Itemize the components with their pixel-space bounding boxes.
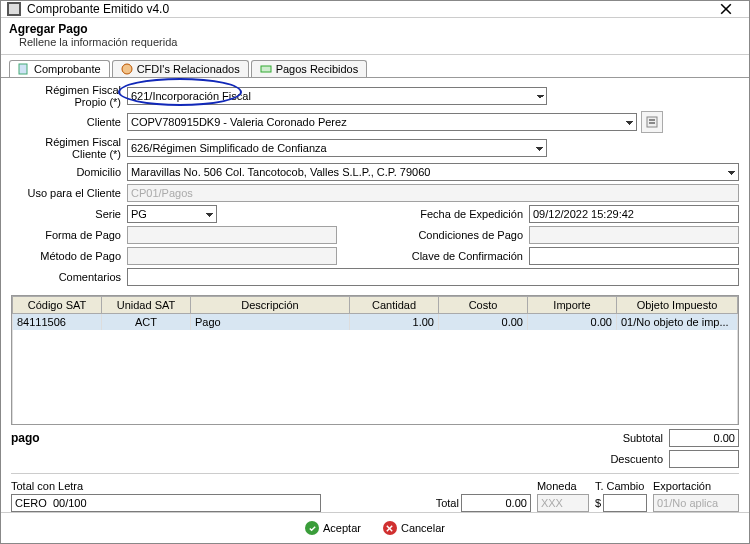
cliente-lookup-button[interactable]	[641, 111, 663, 133]
relation-icon	[121, 63, 133, 75]
descuento-input[interactable]	[669, 450, 739, 468]
col-unidad-sat[interactable]: Unidad SAT	[102, 297, 191, 314]
label-metodo-pago: Método de Pago	[11, 250, 127, 262]
regimen-propio-select[interactable]: 621/Incorporación Fiscal	[127, 87, 547, 105]
clave-confirmacion-input[interactable]	[529, 247, 739, 265]
label-fecha-expedicion: Fecha de Expedición	[403, 208, 529, 220]
label-exportacion: Exportación	[653, 480, 739, 492]
tab-label: CFDI's Relacionados	[137, 63, 240, 75]
window-title: Comprobante Emitido v4.0	[27, 2, 709, 16]
cancel-icon	[383, 521, 397, 535]
label-regimen-cliente: Régimen Fiscal Cliente (*)	[11, 136, 127, 160]
col-importe[interactable]: Importe	[528, 297, 617, 314]
app-icon	[7, 2, 21, 16]
svg-point-5	[122, 64, 132, 74]
tab-cfdis-relacionados[interactable]: CFDI's Relacionados	[112, 60, 249, 77]
section-subtitle: Rellene la información requerida	[19, 36, 741, 48]
label-forma-pago: Forma de Pago	[11, 229, 127, 241]
label-total-letra: Total con Letra	[11, 480, 409, 492]
domicilio-select[interactable]: Maravillas No. 506 Col. Tancotocob, Vall…	[127, 163, 739, 181]
tab-pagos-recibidos[interactable]: Pagos Recibidos	[251, 60, 368, 77]
label-condiciones-pago: Condiciones de Pago	[403, 229, 529, 241]
label-tcambio: T. Cambio	[595, 480, 647, 492]
forma-pago-select	[127, 226, 337, 244]
table-row[interactable]: 84111506 ACT Pago 1.00 0.00 0.00 01/No o…	[13, 314, 738, 331]
label-total: Total	[419, 497, 459, 509]
label-domicilio: Domicilio	[11, 166, 127, 178]
label-comentarios: Comentarios	[11, 271, 127, 283]
exportacion-select: 01/No aplica	[653, 494, 739, 512]
subtotal-input[interactable]	[669, 429, 739, 447]
svg-rect-6	[261, 66, 271, 72]
label-uso-cliente: Uso para el Cliente	[11, 187, 127, 199]
payments-icon	[260, 63, 272, 75]
col-descripcion[interactable]: Descripción	[191, 297, 350, 314]
comentarios-input[interactable]	[127, 268, 739, 286]
regimen-cliente-select[interactable]: 626/Régimen Simplificado de Confianza	[127, 139, 547, 157]
tab-label: Pagos Recibidos	[276, 63, 359, 75]
svg-rect-9	[649, 122, 655, 124]
section-title: Agregar Pago	[9, 22, 741, 36]
col-cantidad[interactable]: Cantidad	[350, 297, 439, 314]
selected-description: pago	[11, 431, 593, 445]
label-regimen-propio: Régimen Fiscal Propio (*)	[11, 84, 127, 108]
aceptar-button[interactable]: Aceptar	[299, 519, 367, 537]
label-moneda: Moneda	[537, 480, 589, 492]
col-codigo-sat[interactable]: Código SAT	[13, 297, 102, 314]
cliente-select[interactable]: COPV780915DK9 - Valeria Coronado Perez	[127, 113, 637, 131]
label-cliente: Cliente	[11, 116, 127, 128]
svg-rect-4	[19, 64, 27, 74]
currency-symbol: $	[595, 497, 601, 509]
check-icon	[305, 521, 319, 535]
cancelar-button[interactable]: Cancelar	[377, 519, 451, 537]
tcambio-input[interactable]	[603, 494, 647, 512]
tab-comprobante[interactable]: Comprobante	[9, 60, 110, 77]
document-icon	[18, 63, 30, 75]
serie-select[interactable]: PG	[127, 205, 217, 223]
svg-rect-1	[9, 4, 19, 14]
col-objeto-impuesto[interactable]: Objeto Impuesto	[617, 297, 738, 314]
tab-label: Comprobante	[34, 63, 101, 75]
total-input[interactable]	[461, 494, 531, 512]
items-table[interactable]: Código SAT Unidad SAT Descripción Cantid…	[11, 295, 739, 425]
label-subtotal: Subtotal	[593, 432, 663, 444]
uso-cliente-select: CP01/Pagos	[127, 184, 739, 202]
label-serie: Serie	[11, 208, 127, 220]
fecha-expedicion-input[interactable]	[529, 205, 739, 223]
total-letra-input[interactable]	[11, 494, 321, 512]
metodo-pago-select	[127, 247, 337, 265]
svg-rect-8	[649, 119, 655, 121]
label-descuento: Descuento	[593, 453, 663, 465]
col-costo[interactable]: Costo	[439, 297, 528, 314]
moneda-select: XXX	[537, 494, 589, 512]
condiciones-pago-select	[529, 226, 739, 244]
label-clave-confirmacion: Clave de Confirmación	[403, 250, 529, 262]
close-button[interactable]	[709, 1, 743, 17]
